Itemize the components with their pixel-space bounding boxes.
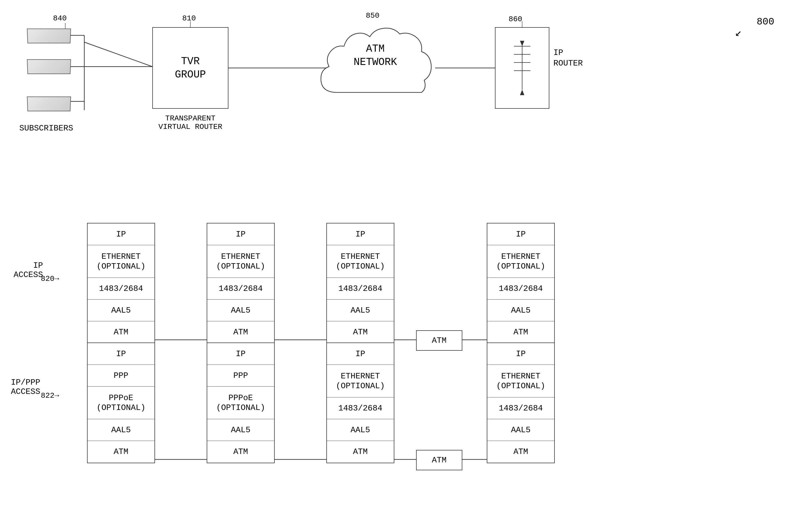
ref-850: 850: [366, 12, 380, 20]
svg-marker-25: [520, 41, 524, 46]
cell-aal5-1a: AAL5: [88, 300, 154, 321]
ip-access-label: IP ACCESS: [14, 261, 43, 280]
figure-number: 800: [757, 16, 774, 27]
tvr-below-label: TRANSPARENT VIRTUAL ROUTER: [142, 114, 239, 131]
ip-ppp-atm-box: ATM: [416, 450, 462, 470]
cell-eth-3a: ETHERNET(OPTIONAL): [327, 245, 394, 278]
cell-atm-3p: ATM: [327, 441, 394, 463]
cell-eth-3p: ETHERNET(OPTIONAL): [327, 365, 394, 397]
cell-atm-2p: ATM: [207, 441, 274, 463]
cell-pppoe-1p: PPPoE(OPTIONAL): [88, 386, 154, 419]
cell-1483-1a: 1483/2684: [88, 278, 154, 300]
cell-pppoe-2p: PPPoE(OPTIONAL): [207, 386, 274, 419]
ip-access-atm-box: ATM: [416, 330, 462, 351]
ip-ppp-access-label: IP/PPP ACCESS: [11, 378, 40, 396]
subscriber-box-2: [27, 59, 71, 74]
cell-ip-4p: IP: [487, 343, 554, 365]
cell-1483-4a: 1483/2684: [487, 278, 554, 300]
cell-aal5-3p: AAL5: [327, 419, 394, 441]
cell-aal5-4p: AAL5: [487, 419, 554, 441]
cell-ip-3p: IP: [327, 343, 394, 365]
cell-ip-3a: IP: [327, 224, 394, 245]
cell-eth-4p: ETHERNET(OPTIONAL): [487, 365, 554, 397]
ip-ppp-stack-2: IP PPP PPPoE(OPTIONAL) AAL5 ATM: [207, 343, 275, 463]
svg-line-1: [84, 42, 152, 66]
ip-router-box: [495, 27, 549, 109]
cell-1483-4p: 1483/2684: [487, 397, 554, 419]
cell-aal5-2a: AAL5: [207, 300, 274, 321]
cell-eth-2a: ETHERNET(OPTIONAL): [207, 245, 274, 278]
cell-eth-4a: ETHERNET(OPTIONAL): [487, 245, 554, 278]
subscriber-box-1: [27, 28, 71, 43]
cell-atm-1p: ATM: [88, 441, 154, 463]
cell-atm-4p: ATM: [487, 441, 554, 463]
cell-atm-4a: ATM: [487, 321, 554, 343]
cell-aal5-3a: AAL5: [327, 300, 394, 321]
tvr-group-box: TVR GROUP: [152, 27, 228, 109]
cell-ip-4a: IP: [487, 224, 554, 245]
cell-ip-2p: IP: [207, 343, 274, 365]
cell-atm-2a: ATM: [207, 321, 274, 343]
ip-access-stack-4: IP ETHERNET(OPTIONAL) 1483/2684 AAL5 ATM: [487, 223, 555, 344]
ref-810: 810: [182, 14, 196, 23]
cell-aal5-1p: AAL5: [88, 419, 154, 441]
cell-1483-2a: 1483/2684: [207, 278, 274, 300]
cell-aal5-2p: AAL5: [207, 419, 274, 441]
ref-860: 860: [508, 15, 522, 23]
diagram-container: 800 ↙ 840 SUBSCRIBERS 810 TVR GROUP TRAN…: [0, 0, 796, 532]
cell-1483-3a: 1483/2684: [327, 278, 394, 300]
cell-ip-1a: IP: [88, 224, 154, 245]
cell-aal5-4a: AAL5: [487, 300, 554, 321]
cell-ip-1p: IP: [88, 343, 154, 365]
cell-ip-2a: IP: [207, 224, 274, 245]
cell-eth-1a: ETHERNET(OPTIONAL): [88, 245, 154, 278]
svg-marker-26: [520, 90, 524, 95]
subscribers-label: SUBSCRIBERS: [16, 124, 76, 133]
cell-ppp-2p: PPP: [207, 365, 274, 386]
cell-1483-3p: 1483/2684: [327, 397, 394, 419]
ip-access-stack-1: IP ETHERNET(OPTIONAL) 1483/2684 AAL5 ATM: [87, 223, 155, 344]
ip-access-stack-2: IP ETHERNET(OPTIONAL) 1483/2684 AAL5 ATM: [207, 223, 275, 344]
ip-ppp-stack-1: IP PPP PPPoE(OPTIONAL) AAL5 ATM: [87, 343, 155, 463]
ref-840: 840: [53, 14, 67, 23]
ip-ppp-stack-4: IP ETHERNET(OPTIONAL) 1483/2684 AAL5 ATM: [487, 343, 555, 463]
subscriber-box-3: [27, 96, 71, 111]
cell-atm-1a: ATM: [88, 321, 154, 343]
ip-access-ref-arrow: 820→: [41, 274, 59, 283]
figure-arrow: ↙: [735, 26, 742, 39]
ip-ppp-access-ref-arrow: 822→: [41, 392, 59, 400]
cell-ppp-1p: PPP: [88, 365, 154, 386]
tvr-label: TVR GROUP: [175, 55, 206, 81]
ip-router-label: IP ROUTER: [553, 48, 583, 69]
ip-access-stack-3: IP ETHERNET(OPTIONAL) 1483/2684 AAL5 ATM: [326, 223, 394, 344]
atm-network-label: ATM NETWORK: [334, 42, 416, 69]
cell-atm-3a: ATM: [327, 321, 394, 343]
ip-ppp-stack-3: IP ETHERNET(OPTIONAL) 1483/2684 AAL5 ATM: [326, 343, 394, 463]
